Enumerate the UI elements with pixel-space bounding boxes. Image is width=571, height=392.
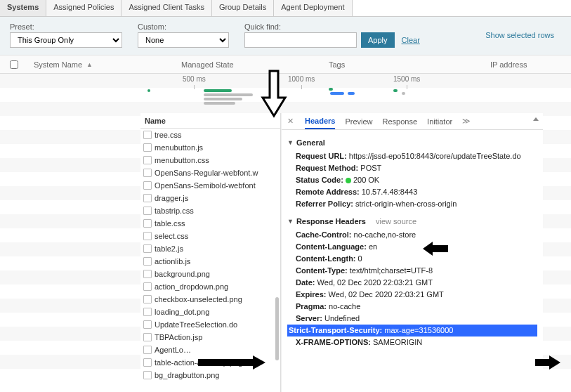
section-response-headers[interactable]: ▼ Response Headers view source [287,216,537,228]
timeline-tick: 1000 ms [288,75,315,83]
file-name: bg_dragbutton.png [155,371,219,379]
tab-assigned-client-tasks[interactable]: Assigned Client Tasks [122,0,211,16]
file-name: menubutton.css [155,156,209,164]
timeline-tick: 1500 ms [393,75,420,83]
file-icon [143,371,152,379]
quickfind-input[interactable] [244,32,357,48]
file-name: tree.css [155,131,182,139]
file-name: UpdateTreeSelection.do [155,320,237,329]
file-icon [143,320,152,329]
tab-headers[interactable]: Headers [305,114,335,129]
clear-link[interactable]: Clear [402,36,420,44]
list-item[interactable]: action_dropdown.png [140,280,280,293]
chevron-down-icon: ▼ [287,216,294,228]
file-icon [143,333,152,341]
list-item[interactable]: dragger.js [140,192,280,204]
col-tags[interactable]: Tags [323,60,485,69]
header-row: Server: Undefined [287,313,537,325]
file-icon [143,207,152,215]
custom-select[interactable]: None [138,32,229,48]
list-item[interactable]: tree.css [140,129,280,141]
section-general[interactable]: ▼ General [287,137,537,149]
file-name: TBPAction.jsp [155,333,202,341]
file-icon [143,232,152,240]
file-name: OpenSans-Semibold-webfont [155,181,256,190]
list-item[interactable]: table.css [140,217,280,230]
file-icon [143,169,152,177]
file-icon [143,181,152,190]
network-timeline[interactable]: 500 ms 1000 ms 1500 ms [140,75,543,109]
file-name: dragger.js [155,194,188,202]
headers-pane: ✕ Headers Preview Response Initiator ≫ ▼… [281,113,543,392]
col-ip-address[interactable]: IP address [485,60,571,69]
tab-response[interactable]: Response [383,115,418,129]
file-name: tabstrip.css [155,207,194,215]
file-icon [143,308,152,316]
list-item[interactable]: tabstrip.css [140,204,280,217]
file-icon [143,194,152,202]
tab-initiator[interactable]: Initiator [427,115,452,129]
file-icon [143,156,152,164]
list-item[interactable]: table2.js [140,242,280,255]
chevron-down-icon: ▼ [287,137,294,149]
tab-group-details[interactable]: Group Details [212,0,274,16]
tab-assigned-policies[interactable]: Assigned Policies [46,0,122,16]
header-row: Cache-Control: no-cache,no-store [287,229,537,241]
select-all-checkbox[interactable] [10,60,18,69]
kv-request-url: Request URL: https://jssd-epo510:8443/co… [287,150,537,162]
kv-request-method: Request Method: POST [287,162,537,174]
list-item[interactable]: actionlib.js [140,255,280,268]
devtools-subtabs: ✕ Headers Preview Response Initiator ≫ [282,113,543,130]
file-name: actionlib.js [155,257,190,266]
tab-preview[interactable]: Preview [345,115,372,129]
header-row: X-FRAME-OPTIONS: SAMEORIGIN [287,337,537,348]
sort-asc-icon: ▲ [86,61,93,68]
view-source-link[interactable]: view source [376,216,416,228]
list-item[interactable]: OpenSans-Semibold-webfont [140,179,280,192]
list-item[interactable]: menubutton.js [140,141,280,154]
list-item[interactable]: OpenSans-Regular-webfont.w [140,166,280,179]
list-item[interactable]: select.css [140,230,280,242]
list-item[interactable]: TBPAction.jsp [140,331,280,344]
preset-select[interactable]: This Group Only [10,32,122,48]
list-item[interactable]: checkbox-unselected.png [140,293,280,306]
list-item[interactable]: menubutton.css [140,154,280,166]
col-system-name[interactable]: System Name ▲ [28,60,176,69]
show-selected-link[interactable]: Show selected rows [485,31,554,39]
header-row: Strict-Transport-Security: max-age=31536… [287,325,537,337]
file-name: table.css [155,219,185,228]
file-icon [143,295,152,303]
filter-bar: Preset: This Group Only Custom: None Qui… [0,17,571,55]
header-row: Content-Length: 0 [287,253,537,265]
preset-label: Preset: [10,22,122,31]
quickfind-label: Quick find: [244,22,420,31]
main-tabbar: SystemsAssigned PoliciesAssigned Client … [0,0,571,17]
file-name: menubutton.js [155,143,203,152]
list-item[interactable]: UpdateTreeSelection.do [140,318,280,331]
header-row: Pragma: no-cache [287,301,537,313]
custom-label: Custom: [138,22,229,31]
file-icon [143,257,152,266]
header-row: Date: Wed, 02 Dec 2020 22:03:21 GMT [287,277,537,289]
list-item[interactable]: bg_dragbutton.png [140,369,280,381]
devtools-panel: Name tree.cssmenubutton.jsmenubutton.css… [140,113,543,392]
file-name: loading_dot.png [155,308,209,316]
header-row: Content-Type: text/html;charset=UTF-8 [287,265,537,277]
close-icon[interactable]: ✕ [287,117,294,126]
col-managed-state[interactable]: Managed State [176,60,323,69]
file-icon [143,244,152,253]
timeline-tick: 500 ms [183,75,206,83]
file-name: checkbox-unselected.png [155,295,242,303]
list-item[interactable]: background.png [140,268,280,280]
list-item[interactable]: loading_dot.png [140,306,280,318]
file-icon [143,270,152,278]
file-icon [143,282,152,291]
kv-status-code: Status Code: 200 OK [287,174,537,186]
file-name: action_dropdown.png [155,282,228,291]
more-tabs-icon[interactable]: ≫ [462,117,471,126]
tab-systems[interactable]: Systems [0,0,46,16]
header-row: Content-Language: en [287,241,537,253]
tab-agent-deployment[interactable]: Agent Deployment [274,0,353,16]
kv-remote-address: Remote Address: 10.57.4.48:8443 [287,186,537,198]
apply-button[interactable]: Apply [361,32,395,48]
